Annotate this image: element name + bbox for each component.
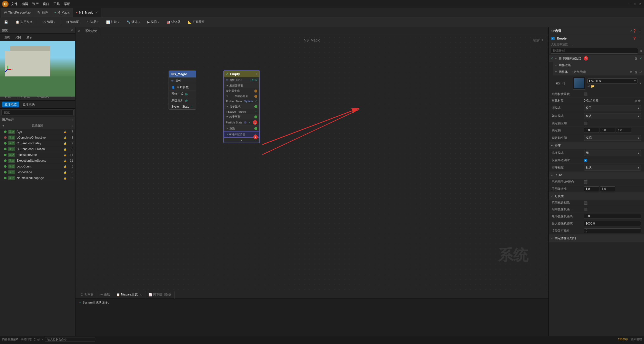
menu-window[interactable]: 窗口 xyxy=(43,2,49,6)
min-cam-input[interactable] xyxy=(584,214,641,219)
subuv-size-x[interactable] xyxy=(584,186,599,191)
ns-node-userparams[interactable]: 👤 用户参数 xyxy=(169,84,196,91)
lock-axis-x[interactable] xyxy=(584,128,599,133)
empty-help-icon[interactable]: ❓ xyxy=(633,37,636,40)
material-override-checkbox[interactable] xyxy=(584,93,587,96)
emitter-gen-row[interactable]: 发射器生成 xyxy=(224,88,259,94)
mesh-browse-icon[interactable]: 📂 xyxy=(591,84,595,88)
lock-axis-apply-checkbox[interactable] xyxy=(584,122,587,125)
cmd-btn[interactable]: Cmd xyxy=(34,338,39,341)
lock-axis-space-select[interactable]: 模拟 ▾ xyxy=(584,135,641,141)
mesh-body-delete-icon[interactable]: 🗑 xyxy=(634,70,637,74)
view-show[interactable]: 显示 xyxy=(24,35,34,40)
emitter-state-row[interactable]: Emitter State System ✓ xyxy=(224,99,259,104)
view-lighting[interactable]: 光照 xyxy=(13,35,23,40)
bottom-tab-curve[interactable]: 〜 曲线 xyxy=(97,291,113,298)
content-side-menu[interactable]: 内容侧滑菜单 xyxy=(2,337,19,341)
tab-nsmagic-close[interactable]: ✕ xyxy=(96,11,98,14)
output-log-btn[interactable]: 输出日志 xyxy=(21,337,32,341)
mesh-renderer-row[interactable]: ✓ 网格体渲染器 ✓ 2 xyxy=(224,131,259,138)
source-control-btn[interactable]: 源码管理 xyxy=(631,337,642,341)
sort-precision-select[interactable]: 默认 ▾ xyxy=(584,165,641,170)
particle-state-row[interactable]: Particle State ✓ 1 xyxy=(224,119,259,125)
sysinit-add-icon[interactable]: ⊕ xyxy=(185,92,188,96)
canvas-area[interactable]: NS_Magic 缩放1:1 系统 NS_Magic ✏ 属性 👤 用户参数 系… xyxy=(75,35,548,291)
settings-icon[interactable]: ⋮ xyxy=(638,29,641,33)
mesh-body-add-icon[interactable]: ⊕ xyxy=(630,70,632,74)
ns-node-sysinit[interactable]: 系统生成 ⊕ xyxy=(169,91,196,97)
mesh-expand-arrow[interactable]: ▾ xyxy=(639,81,641,85)
init-particle-row[interactable]: Initialize Particle ✓ xyxy=(224,109,259,114)
emitter-update-row[interactable]: ▼ 发射器更新 xyxy=(224,94,259,99)
menu-edit[interactable]: 编辑 xyxy=(22,2,28,6)
center-close[interactable]: ✕ xyxy=(77,29,80,33)
mesh-render-header[interactable]: ▼ 网格渲染 xyxy=(553,62,644,69)
maximize-button[interactable]: □ xyxy=(633,2,636,6)
lock-axis-z[interactable] xyxy=(616,128,631,133)
sort-translucent-checkbox[interactable] xyxy=(584,159,587,162)
menu-file[interactable]: 文件 xyxy=(11,2,18,6)
debug-button[interactable]: 🔧 调试 ▾ xyxy=(125,19,142,25)
menu-tools[interactable]: 工具 xyxy=(53,2,60,6)
mesh-name-selector[interactable]: FAZHEN ▾ xyxy=(587,78,637,83)
renderer-visibility-input[interactable] xyxy=(584,228,641,233)
unsaved-count[interactable]: 2未保存 xyxy=(618,337,628,341)
user-public-add[interactable]: + xyxy=(71,118,73,122)
menu-asset[interactable]: 资产 xyxy=(32,2,39,6)
view-perspective[interactable]: 透视 xyxy=(2,35,12,40)
sort-section-header[interactable]: ▼ 排序 xyxy=(549,142,644,149)
bounds-button[interactable]: ⬡ 边界 ▾ xyxy=(85,19,101,25)
ns-node-attr[interactable]: ✏ 属性 xyxy=(169,77,196,84)
apply-stash-button[interactable]: 📋 应用暂存 xyxy=(13,19,35,25)
mesh-reset-icon[interactable]: ↩ xyxy=(587,84,590,88)
attr-add-stage-btn[interactable]: + 阶段 xyxy=(250,78,257,82)
mesh-body-header[interactable]: ▼ 网格体 1 数组元素 ⊕ 🗑 ↩ xyxy=(553,69,644,75)
bottom-tab-timeline[interactable]: ⏱ 时间轴 xyxy=(77,291,97,298)
compile-button[interactable]: ⚙ 编译 ▾ xyxy=(41,19,58,25)
mesh-body-reset-icon[interactable]: ↩ xyxy=(639,70,642,74)
ns-node-sysstate[interactable]: System State ✓ xyxy=(169,104,196,109)
preview-close[interactable]: ✕ xyxy=(71,29,73,32)
tab-mmagic[interactable]: ● M_Magic xyxy=(51,8,73,17)
scalability-button[interactable]: 📐 可延展性 xyxy=(186,19,207,25)
max-cam-input[interactable] xyxy=(584,221,641,226)
params-search-input[interactable] xyxy=(2,110,74,115)
bottom-tab-log[interactable]: 📋 Niagara日志 ✕ xyxy=(113,291,145,298)
subuv-section-header[interactable]: ▼ 子UV xyxy=(549,172,644,179)
system-props-add[interactable]: + xyxy=(71,124,73,128)
tab-active-module[interactable]: 激活模块 xyxy=(20,102,37,107)
close-button[interactable]: ✕ xyxy=(638,2,642,6)
menu-help[interactable]: 帮助 xyxy=(64,2,70,6)
ns-magic-node[interactable]: NS_Magic ✏ 属性 👤 用户参数 系统生成 ⊕ 系统更新 ⊕ xyxy=(169,70,196,110)
frustum-cull-checkbox[interactable] xyxy=(584,201,587,205)
tab-thirdpersonmap[interactable]: 🗺 ThirdPersonMap xyxy=(1,8,34,17)
tab-active-overview[interactable]: 激活概览 xyxy=(2,102,19,107)
tab-nsmagic[interactable]: ● NS_Magic ✕ xyxy=(73,8,101,17)
fixed-orient-header[interactable]: ▼ 固定体像素划列 xyxy=(549,235,644,242)
console-input[interactable] xyxy=(45,337,95,342)
visibility-section-header[interactable]: ▼ 可视性 xyxy=(549,193,644,200)
subuv-size-y[interactable] xyxy=(600,186,615,191)
subuv-blend-checkbox[interactable] xyxy=(584,180,587,184)
ns-node-sysupdate[interactable]: 系统更新 ⊕ xyxy=(169,97,196,104)
mesh-renderer-section-header[interactable]: ✓ ▼ ▦ 网格体渲染器 3 🗑 ✓ xyxy=(549,55,644,62)
sysupdate-add-icon[interactable]: ⊕ xyxy=(185,99,188,103)
simulate-button[interactable]: ▶ 模拟 ▾ xyxy=(145,19,161,25)
center-tab-sysoverview[interactable]: 系统总览 xyxy=(82,27,100,35)
log-close[interactable]: ✕ xyxy=(140,293,142,296)
facing-mode-select[interactable]: 默认 ▾ xyxy=(584,113,641,119)
override-mat-add[interactable]: ⊕ xyxy=(634,99,637,103)
empty-enabled-checkbox[interactable] xyxy=(551,37,555,40)
sort-mode-select[interactable]: 无 ▾ xyxy=(584,150,641,156)
tab-plugins[interactable]: 🔌 插件 xyxy=(34,8,51,17)
empty-node[interactable]: ✓ Empty ℹ ✏ 属性 CPU + 阶段 ▼ xyxy=(223,70,260,143)
source-mode-select[interactable]: 粒子 ▾ xyxy=(584,105,641,111)
minimize-button[interactable]: ─ xyxy=(627,2,631,6)
thumbnail-button[interactable]: 🖼 缩略图 xyxy=(64,19,82,25)
bottom-tab-stats[interactable]: 📈 脚本统计数据 xyxy=(145,291,175,298)
right-search-input[interactable] xyxy=(551,48,638,54)
cam-dist-checkbox[interactable] xyxy=(584,208,587,211)
mr-enabled-icon[interactable]: ✓ xyxy=(639,57,642,60)
right-close[interactable]: ✕ xyxy=(630,29,633,33)
mr-delete-icon[interactable]: 🗑 xyxy=(634,57,637,60)
